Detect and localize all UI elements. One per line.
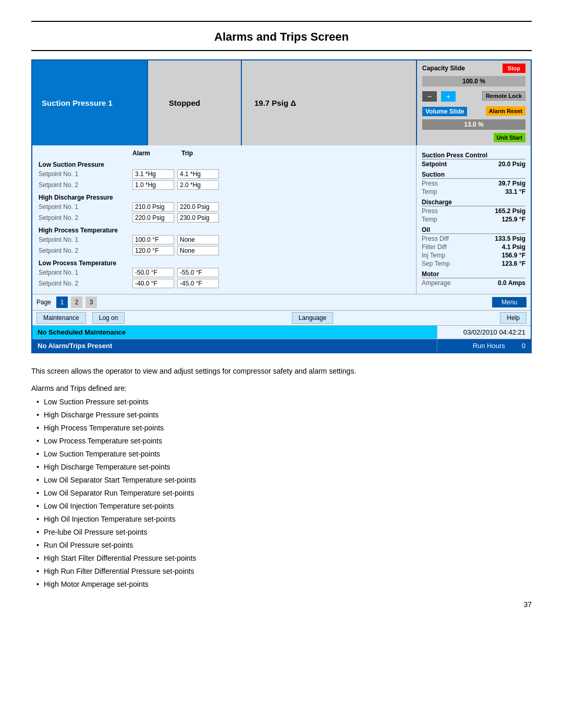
list-item: Low Oil Separator Start Temperature set-…	[36, 475, 532, 486]
list-item: Low Process Temperature set-points	[36, 436, 532, 447]
suction-press-control-title: Suction Press Control	[422, 152, 525, 159]
list-item: High Motor Amperage set-points	[36, 579, 532, 590]
filter-diff-row: Filter Diff 4.1 Psig	[422, 243, 525, 251]
no-alarms-bar: No Alarm/Trips Present	[32, 339, 437, 352]
maintenance-button[interactable]: Maintenance	[36, 312, 86, 324]
suction-section-title: Suction	[422, 171, 525, 179]
discharge-section-title: Discharge	[422, 199, 525, 206]
datetime-display: 03/02/2010 04:42:21	[437, 326, 531, 339]
slide-minus-button[interactable]: −	[422, 91, 437, 102]
setpoint-row: Setpoint 20.0 Psig	[422, 161, 525, 168]
alarm-row: Setpoint No. 1 100.0 °F None	[39, 235, 410, 244]
press-diff-row: Press Diff 133.5 Psig	[422, 235, 525, 242]
language-button[interactable]: Language	[292, 312, 333, 324]
list-item: Run Oil Pressure set-points	[36, 540, 532, 551]
alarm-row: Setpoint No. 2 120.0 °F None	[39, 246, 410, 255]
amperage-row: Amperage 0.0 Amps	[422, 279, 525, 287]
right-panel: Suction Press Control Setpoint 20.0 Psig…	[416, 145, 531, 294]
left-panel: Alarm Trip Low Suction Pressure Setpoint…	[32, 145, 416, 294]
slide-controls: − +	[422, 91, 456, 102]
list-item: Low Oil Injection Temperature set-points	[36, 501, 532, 512]
list-item: High Process Temperature set-points	[36, 423, 532, 434]
page-title: Alarms and Trips Screen	[31, 30, 532, 44]
alarm-row: Setpoint No. 2 1.0 *Hg 2.0 *Hg	[39, 180, 410, 190]
main-content: Alarm Trip Low Suction Pressure Setpoint…	[32, 145, 531, 294]
alarm-table-header: Alarm Trip	[39, 150, 410, 157]
list-item: Low Suction Temperature set-points	[36, 449, 532, 460]
list-item: High Run Filter Differential Pressure se…	[36, 566, 532, 577]
stop-button[interactable]: Stop	[503, 64, 525, 73]
defined-title: Alarms and Trips defined are:	[31, 384, 532, 392]
page-2-button[interactable]: 2	[71, 297, 82, 308]
discharge-press-row: Press 165.2 Psig	[422, 207, 525, 215]
page-label: Page	[36, 299, 51, 306]
section-title-1: High Discharge Pressure	[39, 194, 410, 201]
remote-lock-button[interactable]: Remote Lock	[482, 91, 525, 101]
volume-percent: 13.0 %	[422, 119, 525, 130]
alarm-col-header: Alarm	[132, 150, 150, 157]
alarm-row: Setpoint No. 1 -50.0 °F -55.0 °F	[39, 268, 410, 277]
bottom-nav: Page 1 2 3 Menu	[32, 294, 531, 310]
alarm-reset-button[interactable]: Alarm Reset	[486, 106, 525, 116]
list-item: Pre-lube Oil Pressure set-points	[36, 527, 532, 538]
list-item: High Oil Injection Temperature set-point…	[36, 514, 532, 525]
help-button[interactable]: Help	[500, 312, 527, 324]
screen-container: Suction Pressure 1 Stopped 19.7 Psig Δ C…	[31, 59, 532, 353]
volume-slide-label: Volume Slide	[422, 107, 467, 116]
inj-temp-row: Inj Temp 156.9 °F	[422, 252, 525, 259]
list-item: Low Suction Pressure set-points	[36, 397, 532, 408]
page-3-button[interactable]: 3	[85, 297, 97, 308]
header-bar: Suction Pressure 1 Stopped 19.7 Psig Δ C…	[32, 60, 531, 145]
alarm-row: Setpoint No. 1 3.1 *Hg 4.1 *Hg	[39, 169, 410, 179]
status-label: Stopped	[147, 60, 241, 145]
pressure-label: 19.7 Psig Δ	[241, 60, 416, 145]
slide-plus-button[interactable]: +	[441, 91, 456, 102]
suction-pressure-label: Suction Pressure 1	[32, 60, 147, 145]
page-number: 37	[31, 600, 532, 609]
status-row-2: No Alarm/Trips Present Run Hours0	[32, 339, 531, 352]
list-item: High Discharge Pressure set-points	[36, 410, 532, 421]
run-hours-display: Run Hours0	[437, 339, 531, 352]
status-row-1: No Scheduled Maintenance 03/02/2010 04:4…	[32, 325, 531, 339]
bullet-list: Low Suction Pressure set-points High Dis…	[31, 397, 532, 590]
description-text: This screen allows the operator to view …	[31, 366, 532, 377]
page-1-button[interactable]: 1	[56, 297, 68, 308]
unit-start-button[interactable]: Unit Start	[494, 133, 526, 142]
suction-temp-row: Temp 33.1 °F	[422, 188, 525, 195]
list-item: Low Oil Separator Run Temperature set-po…	[36, 488, 532, 499]
alarm-row: Setpoint No. 2 -40.0 °F -45.0 °F	[39, 279, 410, 288]
alarm-row: Setpoint No. 2 220.0 Psig 230.0 Psig	[39, 213, 410, 223]
section-title-0: Low Suction Pressure	[39, 161, 410, 168]
sep-temp-row: Sep Temp 123.6 °F	[422, 260, 525, 267]
logon-button[interactable]: Log on	[92, 312, 125, 324]
capacity-slide-label: Capacity Slide	[422, 65, 465, 72]
suction-press-row: Press 39.7 Psig	[422, 180, 525, 187]
header-right-panel: Capacity Slide Stop 100.0 % − + Remote L…	[416, 60, 531, 145]
alarm-row: Setpoint No. 1 210.0 Psig 220.0 Psig	[39, 202, 410, 212]
list-item: High Discharge Temperature set-points	[36, 462, 532, 473]
menu-button[interactable]: Menu	[492, 297, 527, 307]
capacity-percent: 100.0 %	[422, 76, 525, 87]
trip-col-header: Trip	[181, 150, 193, 157]
oil-section-title: Oil	[422, 226, 525, 234]
section-title-3: Low Process Temperature	[39, 260, 410, 267]
section-title-2: High Process Temperature	[39, 227, 410, 234]
footer-bar: Maintenance Log on Language Help	[32, 310, 531, 325]
discharge-temp-row: Temp 125.9 °F	[422, 216, 525, 223]
no-maintenance-bar: No Scheduled Maintenance	[32, 326, 437, 339]
motor-section-title: Motor	[422, 270, 525, 278]
list-item: High Start Filter Differential Pressure …	[36, 553, 532, 564]
